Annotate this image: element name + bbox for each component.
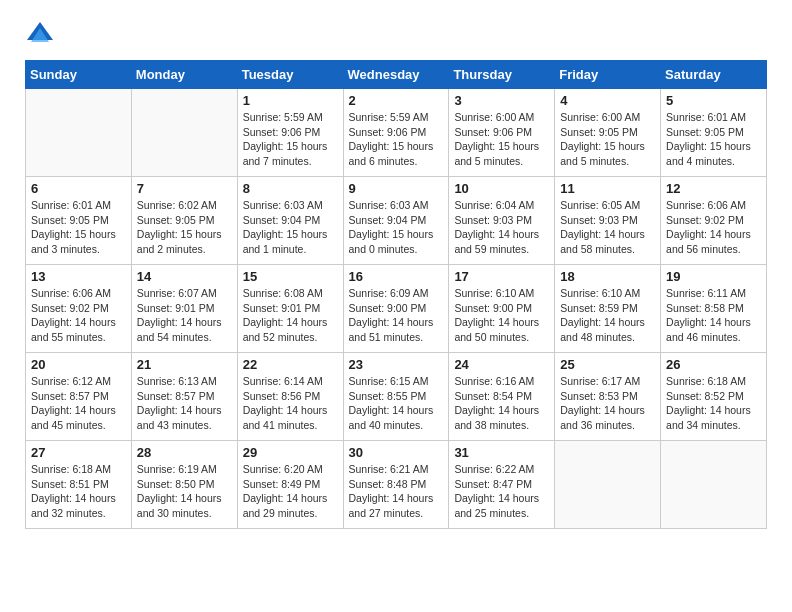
day-info: Sunrise: 6:00 AM Sunset: 9:05 PM Dayligh… [560, 110, 655, 169]
day-info: Sunrise: 6:17 AM Sunset: 8:53 PM Dayligh… [560, 374, 655, 433]
day-number: 22 [243, 357, 338, 372]
day-info: Sunrise: 6:21 AM Sunset: 8:48 PM Dayligh… [349, 462, 444, 521]
day-info: Sunrise: 5:59 AM Sunset: 9:06 PM Dayligh… [243, 110, 338, 169]
calendar-cell: 10Sunrise: 6:04 AM Sunset: 9:03 PM Dayli… [449, 177, 555, 265]
day-info: Sunrise: 6:06 AM Sunset: 9:02 PM Dayligh… [666, 198, 761, 257]
day-number: 14 [137, 269, 232, 284]
calendar-cell: 30Sunrise: 6:21 AM Sunset: 8:48 PM Dayli… [343, 441, 449, 529]
header-tuesday: Tuesday [237, 61, 343, 89]
calendar-cell: 17Sunrise: 6:10 AM Sunset: 9:00 PM Dayli… [449, 265, 555, 353]
day-number: 12 [666, 181, 761, 196]
day-info: Sunrise: 6:10 AM Sunset: 8:59 PM Dayligh… [560, 286, 655, 345]
calendar-cell: 2Sunrise: 5:59 AM Sunset: 9:06 PM Daylig… [343, 89, 449, 177]
day-info: Sunrise: 6:02 AM Sunset: 9:05 PM Dayligh… [137, 198, 232, 257]
day-number: 13 [31, 269, 126, 284]
day-number: 25 [560, 357, 655, 372]
calendar-cell: 29Sunrise: 6:20 AM Sunset: 8:49 PM Dayli… [237, 441, 343, 529]
calendar-cell: 26Sunrise: 6:18 AM Sunset: 8:52 PM Dayli… [661, 353, 767, 441]
day-number: 11 [560, 181, 655, 196]
day-info: Sunrise: 6:03 AM Sunset: 9:04 PM Dayligh… [349, 198, 444, 257]
day-number: 2 [349, 93, 444, 108]
calendar-cell: 20Sunrise: 6:12 AM Sunset: 8:57 PM Dayli… [26, 353, 132, 441]
day-number: 28 [137, 445, 232, 460]
day-info: Sunrise: 6:18 AM Sunset: 8:52 PM Dayligh… [666, 374, 761, 433]
day-info: Sunrise: 6:13 AM Sunset: 8:57 PM Dayligh… [137, 374, 232, 433]
calendar-cell: 8Sunrise: 6:03 AM Sunset: 9:04 PM Daylig… [237, 177, 343, 265]
calendar-cell: 11Sunrise: 6:05 AM Sunset: 9:03 PM Dayli… [555, 177, 661, 265]
day-number: 6 [31, 181, 126, 196]
calendar-cell: 18Sunrise: 6:10 AM Sunset: 8:59 PM Dayli… [555, 265, 661, 353]
header-saturday: Saturday [661, 61, 767, 89]
day-info: Sunrise: 6:12 AM Sunset: 8:57 PM Dayligh… [31, 374, 126, 433]
calendar-cell: 31Sunrise: 6:22 AM Sunset: 8:47 PM Dayli… [449, 441, 555, 529]
day-number: 21 [137, 357, 232, 372]
header-thursday: Thursday [449, 61, 555, 89]
calendar-cell: 9Sunrise: 6:03 AM Sunset: 9:04 PM Daylig… [343, 177, 449, 265]
header-friday: Friday [555, 61, 661, 89]
day-number: 5 [666, 93, 761, 108]
day-info: Sunrise: 6:01 AM Sunset: 9:05 PM Dayligh… [666, 110, 761, 169]
day-info: Sunrise: 6:06 AM Sunset: 9:02 PM Dayligh… [31, 286, 126, 345]
day-info: Sunrise: 5:59 AM Sunset: 9:06 PM Dayligh… [349, 110, 444, 169]
day-info: Sunrise: 6:01 AM Sunset: 9:05 PM Dayligh… [31, 198, 126, 257]
calendar-cell: 21Sunrise: 6:13 AM Sunset: 8:57 PM Dayli… [131, 353, 237, 441]
header-monday: Monday [131, 61, 237, 89]
day-info: Sunrise: 6:00 AM Sunset: 9:06 PM Dayligh… [454, 110, 549, 169]
day-number: 10 [454, 181, 549, 196]
day-info: Sunrise: 6:18 AM Sunset: 8:51 PM Dayligh… [31, 462, 126, 521]
day-number: 26 [666, 357, 761, 372]
day-number: 31 [454, 445, 549, 460]
calendar-week-3: 20Sunrise: 6:12 AM Sunset: 8:57 PM Dayli… [26, 353, 767, 441]
logo [25, 20, 61, 50]
calendar-cell [661, 441, 767, 529]
calendar-header-row: SundayMondayTuesdayWednesdayThursdayFrid… [26, 61, 767, 89]
calendar-cell: 7Sunrise: 6:02 AM Sunset: 9:05 PM Daylig… [131, 177, 237, 265]
day-info: Sunrise: 6:05 AM Sunset: 9:03 PM Dayligh… [560, 198, 655, 257]
calendar-week-2: 13Sunrise: 6:06 AM Sunset: 9:02 PM Dayli… [26, 265, 767, 353]
page-header [25, 20, 767, 50]
day-number: 17 [454, 269, 549, 284]
calendar-cell: 23Sunrise: 6:15 AM Sunset: 8:55 PM Dayli… [343, 353, 449, 441]
day-number: 7 [137, 181, 232, 196]
calendar-cell: 22Sunrise: 6:14 AM Sunset: 8:56 PM Dayli… [237, 353, 343, 441]
calendar-cell: 28Sunrise: 6:19 AM Sunset: 8:50 PM Dayli… [131, 441, 237, 529]
calendar-cell: 19Sunrise: 6:11 AM Sunset: 8:58 PM Dayli… [661, 265, 767, 353]
day-number: 30 [349, 445, 444, 460]
day-number: 4 [560, 93, 655, 108]
day-number: 16 [349, 269, 444, 284]
day-number: 23 [349, 357, 444, 372]
calendar-cell: 16Sunrise: 6:09 AM Sunset: 9:00 PM Dayli… [343, 265, 449, 353]
calendar-cell: 27Sunrise: 6:18 AM Sunset: 8:51 PM Dayli… [26, 441, 132, 529]
day-number: 15 [243, 269, 338, 284]
calendar-cell: 25Sunrise: 6:17 AM Sunset: 8:53 PM Dayli… [555, 353, 661, 441]
day-number: 9 [349, 181, 444, 196]
calendar-week-4: 27Sunrise: 6:18 AM Sunset: 8:51 PM Dayli… [26, 441, 767, 529]
calendar-cell [131, 89, 237, 177]
day-info: Sunrise: 6:20 AM Sunset: 8:49 PM Dayligh… [243, 462, 338, 521]
calendar-cell: 3Sunrise: 6:00 AM Sunset: 9:06 PM Daylig… [449, 89, 555, 177]
day-info: Sunrise: 6:09 AM Sunset: 9:00 PM Dayligh… [349, 286, 444, 345]
calendar-week-0: 1Sunrise: 5:59 AM Sunset: 9:06 PM Daylig… [26, 89, 767, 177]
day-number: 27 [31, 445, 126, 460]
day-number: 1 [243, 93, 338, 108]
day-number: 19 [666, 269, 761, 284]
day-info: Sunrise: 6:16 AM Sunset: 8:54 PM Dayligh… [454, 374, 549, 433]
day-info: Sunrise: 6:08 AM Sunset: 9:01 PM Dayligh… [243, 286, 338, 345]
calendar-cell: 12Sunrise: 6:06 AM Sunset: 9:02 PM Dayli… [661, 177, 767, 265]
calendar-cell: 5Sunrise: 6:01 AM Sunset: 9:05 PM Daylig… [661, 89, 767, 177]
day-info: Sunrise: 6:14 AM Sunset: 8:56 PM Dayligh… [243, 374, 338, 433]
calendar-week-1: 6Sunrise: 6:01 AM Sunset: 9:05 PM Daylig… [26, 177, 767, 265]
calendar-cell: 6Sunrise: 6:01 AM Sunset: 9:05 PM Daylig… [26, 177, 132, 265]
day-number: 20 [31, 357, 126, 372]
day-info: Sunrise: 6:04 AM Sunset: 9:03 PM Dayligh… [454, 198, 549, 257]
header-sunday: Sunday [26, 61, 132, 89]
day-number: 18 [560, 269, 655, 284]
calendar-cell [26, 89, 132, 177]
day-info: Sunrise: 6:03 AM Sunset: 9:04 PM Dayligh… [243, 198, 338, 257]
day-info: Sunrise: 6:07 AM Sunset: 9:01 PM Dayligh… [137, 286, 232, 345]
calendar-cell: 15Sunrise: 6:08 AM Sunset: 9:01 PM Dayli… [237, 265, 343, 353]
logo-icon [25, 20, 55, 50]
day-info: Sunrise: 6:15 AM Sunset: 8:55 PM Dayligh… [349, 374, 444, 433]
calendar-cell: 24Sunrise: 6:16 AM Sunset: 8:54 PM Dayli… [449, 353, 555, 441]
header-wednesday: Wednesday [343, 61, 449, 89]
